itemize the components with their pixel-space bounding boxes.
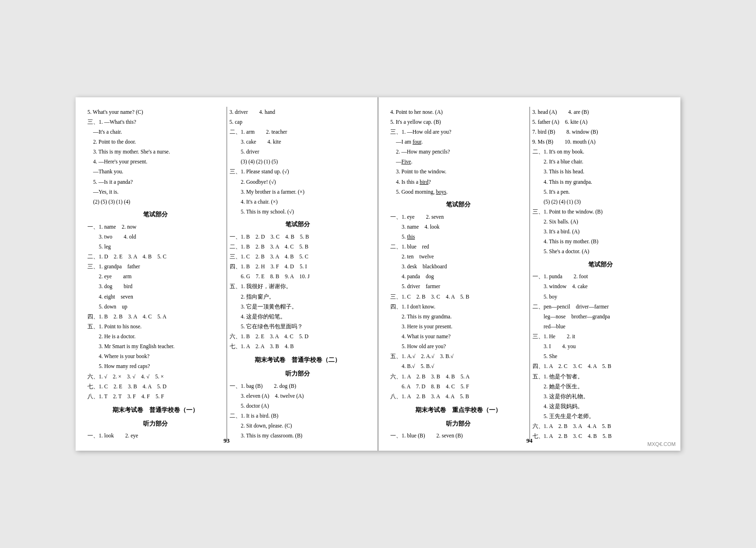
line: 3. cake 4. kite — [230, 137, 366, 146]
line: 六、1. A 2. B 3. B 4. B 5. A — [390, 372, 527, 381]
line: 5. —Is it a panda? — [87, 177, 224, 187]
line: 二、1. It is a bird. (B) — [230, 411, 366, 420]
line: 2. Point to the door. — [87, 137, 224, 146]
line: 五、1. Point to his nose. — [87, 322, 224, 331]
line: 2. 指向窗户。 — [230, 292, 366, 301]
line: red—blue — [533, 322, 669, 331]
line: —Yes, it is. — [87, 187, 224, 197]
line: 八、1. T 2. T 3. F 4. F 5. F — [87, 392, 224, 401]
line: 5. cap — [230, 117, 366, 127]
line: 四、1. B 2. B 3. A 4. C 5. A — [87, 312, 224, 321]
line: 4. Point to her nose. (A) — [390, 107, 527, 117]
line: 5. driver farmer — [390, 282, 527, 291]
line: (2) (5) (3) (1) (4) — [87, 197, 224, 206]
page-left: 5. What's your name? (C) 三、1. —What's th… — [76, 97, 378, 451]
line: 5. How old are you? — [390, 342, 527, 351]
line: 3. name 4. look — [390, 222, 527, 231]
line: 3. This is his head. — [533, 167, 669, 176]
line: 4. 这是你的铅笔。 — [230, 312, 366, 321]
section-title: 笔试部分 — [87, 209, 224, 220]
line: 7. bird (B) 8. window (B) — [533, 127, 669, 137]
line: 3. Mr Smart is my English teacher. — [87, 342, 224, 351]
line: 2. It's a blue chair. — [533, 157, 669, 166]
line: 六、1. B 2. E 3. A 4. C 5. D — [230, 332, 366, 341]
line: 三、1. grandpa father — [87, 262, 224, 271]
section-title-writing: 笔试部分 — [230, 219, 366, 230]
line: 4. 这是我妈妈。 — [533, 402, 669, 411]
line: (5) (2) (4) (1) (3) — [533, 197, 669, 206]
line: 三、1. Point to the window. (B) — [533, 207, 669, 216]
line: —Five. — [390, 157, 527, 166]
line: 4. panda dog — [390, 272, 527, 281]
underlined-word: boys — [436, 189, 447, 195]
line: 5. She — [533, 351, 669, 361]
line: 3. eleven (A) 4. twelve (A) — [230, 391, 366, 401]
line: 二、1. It's on my book. — [533, 147, 669, 156]
line: 2. This is my grandma. — [390, 312, 527, 321]
line: 4. —Here's your present. — [87, 157, 224, 166]
line: 三、1. C 2. B 3. A 4. B 5. C — [230, 252, 366, 261]
line: 4. Where is your book? — [87, 351, 224, 361]
line: 5. down up — [87, 302, 224, 311]
line: 三、1. —How old are you? — [390, 127, 527, 137]
line: 3. Point to the window. — [390, 167, 527, 176]
line: 4. Is this a bird? — [390, 177, 527, 187]
line: 3. This is my classroom. (B) — [230, 431, 366, 440]
line: 六、1. A 2. B 3. A 4. A 5. B — [533, 421, 669, 431]
line: 5. 它在绿色书包里面吗？ — [230, 322, 366, 331]
line: 七、1. C 2. E 3. B 4. A 5. D — [87, 382, 224, 391]
line: 3. desk blackboard — [390, 262, 527, 271]
line: 2. 她是个医生。 — [533, 382, 669, 391]
section-listening-3: 听力部分 — [390, 419, 527, 429]
line: 6. A 7. D 8. B 4. C 5. F — [390, 382, 527, 391]
col3-content: 4. Point to her nose. (A) 5. It's a yell… — [390, 107, 527, 441]
line: 4. This is my grandpa. — [533, 177, 669, 187]
line: 三、1. Please stand up. (√) — [230, 167, 366, 176]
column-divider — [226, 107, 227, 441]
section-title-writing-4: 笔试部分 — [533, 259, 669, 270]
line: 2. He is a doctor. — [87, 332, 224, 341]
line: 二、1. blue red — [390, 242, 527, 251]
line: 4. B.√ 5. B.√ — [390, 361, 527, 371]
line: —I am four. — [390, 137, 527, 146]
section-listening-1: 听力部分 — [87, 419, 224, 429]
col4-content: 3. head (A) 4. are (B) 5. father (A) 6. … — [533, 107, 669, 441]
line: 3. 它是一顶黄色帽子。 — [230, 302, 366, 311]
line: 六、1. √ 2. × 3. √ 4. √ 5. × — [87, 372, 224, 381]
line: 5. How many red caps? — [87, 361, 224, 371]
line: 4. It's a chair. (×) — [230, 197, 366, 206]
line: 五、1. 我很好，谢谢你。 — [230, 282, 366, 291]
line: 三、1. —What's this? — [87, 117, 224, 127]
line: 6. G 7. E 8. B 9. A 10. J — [230, 272, 366, 281]
line: 3. driver 4. hand — [230, 107, 366, 117]
line: 七、1. A 2. A 3. B 4. B — [230, 342, 366, 351]
line: 一、1. B 2. D 3. C 4. B 5. B — [230, 232, 366, 241]
col1: 5. What's your name? (C) 三、1. —What's th… — [87, 107, 224, 441]
exam-title-3: 期末考试卷 重点学校卷（一） — [390, 405, 527, 416]
line: 三、1. C 2. B 3. C 4. A 5. B — [390, 292, 527, 301]
underlined-word: bird — [420, 179, 429, 185]
line: 一、1. look 2. eye — [87, 431, 224, 440]
line: 3. 这是你的礼物。 — [533, 392, 669, 401]
section-title-writing-3: 笔试部分 — [390, 199, 527, 210]
underlined-word: four — [412, 139, 421, 145]
line: 一、1. eye 2. seven — [390, 212, 527, 222]
line: —Thank you. — [87, 167, 224, 176]
underlined-word: Five — [402, 159, 411, 164]
col1-content: 5. What's your name? (C) 三、1. —What's th… — [87, 107, 224, 441]
line: 3. two 4. old — [87, 232, 224, 241]
col3: 4. Point to her nose. (A) 5. It's a yell… — [390, 107, 527, 442]
line: 3. Here is your present. — [390, 322, 527, 331]
line: 9. Ms (B) 10. mouth (A) — [533, 137, 669, 146]
line: 3. This is my mother. She's a nurse. — [87, 147, 224, 156]
section-listening-2: 听力部分 — [230, 368, 366, 379]
line: 5. boy — [533, 292, 669, 301]
book-spread: 5. What's your name? (C) 三、1. —What's th… — [76, 97, 680, 451]
line: 2. Sit down, please. (C) — [230, 421, 366, 430]
line: (3) (4) (2) (1) (5) — [230, 157, 366, 166]
line: 2. eye arm — [87, 272, 224, 281]
line: 2. Goodbye! (√) — [230, 177, 366, 187]
line: 5. This is my school. (√) — [230, 207, 366, 216]
line: 4. This is my mother. (B) — [533, 237, 669, 246]
line: 3. It's a bird. (A) — [533, 227, 669, 236]
